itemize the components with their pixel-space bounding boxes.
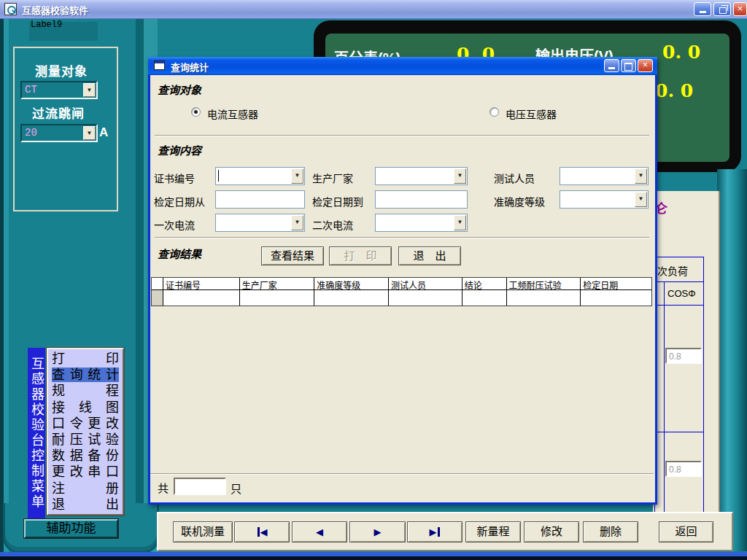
menu-item-data-backup[interactable]: 数据备份 xyxy=(52,448,119,463)
col-test-date: 检定日期 xyxy=(581,278,651,290)
table-row[interactable] xyxy=(152,290,651,306)
online-measure-button[interactable]: 联机测量 xyxy=(173,521,233,542)
table-line xyxy=(655,305,703,306)
menu-item-change-password[interactable]: 口令更改 xyxy=(52,416,119,431)
back-button[interactable]: 返回 xyxy=(659,521,713,542)
total-count-input[interactable] xyxy=(174,478,226,495)
col-withstand-test: 工频耐压试验 xyxy=(507,278,581,290)
secondary-current-combo[interactable]: ▼ xyxy=(375,214,468,232)
total-label: 共 xyxy=(158,480,169,495)
delete-button[interactable]: 删除 xyxy=(583,521,638,542)
section-query-result: 查询结果 xyxy=(158,246,201,261)
radio-voltage-transformer-label[interactable]: 电压互感器 xyxy=(506,106,557,121)
col-tester: 测试人员 xyxy=(389,278,462,290)
view-results-button[interactable]: 查看结果 xyxy=(261,246,324,265)
dialog-close-button[interactable]: × xyxy=(638,59,653,72)
menu-item-query-stats[interactable]: 查询统计 xyxy=(52,368,119,382)
table-line xyxy=(655,281,703,282)
menu-item-rules[interactable]: 规程 xyxy=(52,384,119,398)
nav-prev-button[interactable]: ◀ xyxy=(292,521,347,542)
dialog-minimize-button[interactable] xyxy=(604,59,619,72)
table-line xyxy=(664,281,665,512)
manufacturer-label: 生产厂家 xyxy=(312,171,353,185)
trip-combo[interactable]: 20 ▼ xyxy=(20,124,98,142)
chevron-down-icon[interactable]: ▼ xyxy=(454,168,466,184)
accuracy-combo[interactable]: ▼ xyxy=(560,190,649,209)
teal-frame-right xyxy=(717,169,747,551)
modify-button[interactable]: 修改 xyxy=(524,521,579,542)
trip-unit-label: A xyxy=(99,125,108,140)
bottom-dark-band xyxy=(0,556,747,560)
table-cell[interactable] xyxy=(240,290,315,306)
chevron-down-icon[interactable]: ▼ xyxy=(83,83,96,97)
date-from-input[interactable] xyxy=(215,190,305,209)
dialog-maximize-button[interactable] xyxy=(621,59,636,72)
measure-object-value: CT xyxy=(25,84,37,96)
trip-label: 过流跳闸 xyxy=(32,104,85,122)
menu-item-register[interactable]: 注册 xyxy=(52,481,119,496)
nav-prev-icon: ◀ xyxy=(316,526,323,537)
cert-no-combo[interactable]: ▼ xyxy=(215,167,305,185)
tester-label: 测试人员 xyxy=(494,171,535,185)
menu-item-print[interactable]: 打印 xyxy=(52,351,119,366)
form-icon xyxy=(154,61,165,70)
cos-phi-input-1[interactable]: 0.8 xyxy=(665,348,702,364)
main-minimize-button[interactable] xyxy=(694,2,711,16)
desktop: 百分表(%) 0. 0 输出电压(V) 0. 0 0. 0 互感器校验软件 × … xyxy=(0,0,747,560)
cos-phi-input-2[interactable]: 0.8 xyxy=(665,461,702,477)
measurement-panel: 测量对象 CT ▼ 过流跳闸 20 ▼ A xyxy=(13,47,118,211)
measure-object-combo[interactable]: CT ▼ xyxy=(20,81,98,99)
table-cell[interactable] xyxy=(462,290,507,306)
radio-current-transformer[interactable] xyxy=(191,107,201,117)
chevron-down-icon[interactable]: ▼ xyxy=(635,192,647,207)
date-from-label: 检定日期从 xyxy=(154,194,205,209)
manufacturer-combo[interactable]: ▼ xyxy=(375,167,468,185)
print-button[interactable]: 打 印 xyxy=(329,246,392,265)
nav-next-icon: ▶ xyxy=(374,526,382,537)
chevron-down-icon[interactable]: ▼ xyxy=(291,215,303,230)
table-cell[interactable] xyxy=(163,290,240,306)
main-restore-button[interactable] xyxy=(713,2,731,16)
menu-item-withstand-test[interactable]: 耐压试验 xyxy=(52,432,119,447)
col-cert-no: 证书编号 xyxy=(163,278,240,290)
menu-item-change-serial[interactable]: 更改串口 xyxy=(52,464,119,479)
nav-next-button[interactable]: ▶ xyxy=(349,521,406,542)
chevron-down-icon[interactable]: ▼ xyxy=(635,168,647,184)
menu-item-exit[interactable]: 退出 xyxy=(52,497,119,512)
main-close-button[interactable]: × xyxy=(733,2,747,16)
chevron-down-icon[interactable]: ▼ xyxy=(83,126,96,140)
minimize-icon xyxy=(608,67,615,69)
table-cell[interactable] xyxy=(389,290,462,306)
tester-combo[interactable]: ▼ xyxy=(560,167,649,185)
chevron-down-icon[interactable]: ▼ xyxy=(454,215,466,230)
dialog-titlebar[interactable]: 查询统计 × xyxy=(148,57,657,75)
table-cell[interactable] xyxy=(507,290,581,306)
nav-last-icon xyxy=(438,527,440,537)
nav-first-button[interactable]: ◀ xyxy=(234,521,290,542)
row-selector-header xyxy=(152,278,163,290)
menu-item-wiring-diagram[interactable]: 接线图 xyxy=(52,400,119,415)
table-cell[interactable] xyxy=(581,290,651,306)
cos-phi-label: COSΦ xyxy=(667,288,696,299)
row-selector-cell[interactable] xyxy=(152,290,163,306)
minimize-icon xyxy=(700,11,706,13)
chevron-down-icon[interactable]: ▼ xyxy=(291,168,303,184)
primary-current-combo[interactable]: ▼ xyxy=(215,214,305,232)
maximize-icon xyxy=(624,63,632,71)
accuracy-label: 准确度等级 xyxy=(494,194,545,209)
cert-no-label: 证书编号 xyxy=(154,171,195,185)
table-cell[interactable] xyxy=(314,290,389,306)
radio-voltage-transformer[interactable] xyxy=(489,107,499,117)
radio-current-transformer-label[interactable]: 电流互感器 xyxy=(207,106,258,121)
voltage-value: 0. 0 xyxy=(662,42,700,63)
exit-button[interactable]: 退 出 xyxy=(398,246,461,265)
primary-current-label: 一次电流 xyxy=(154,217,195,232)
nav-last-button[interactable]: ▶ xyxy=(407,521,462,542)
date-to-input[interactable] xyxy=(375,190,468,209)
left-edge-highlight xyxy=(4,18,9,560)
new-range-button[interactable]: 新量程 xyxy=(465,521,521,542)
nav-last-icon: ▶ xyxy=(430,526,437,537)
aux-functions-button[interactable]: 辅助功能 xyxy=(24,519,118,538)
close-icon: × xyxy=(738,3,743,14)
nav-first-icon xyxy=(258,527,260,537)
